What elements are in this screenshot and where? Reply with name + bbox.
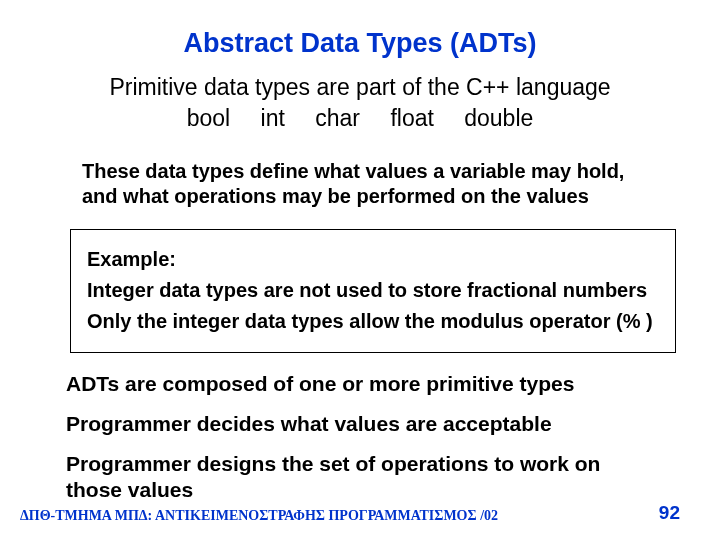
explain-paragraph: These data types define what values a va… (82, 159, 650, 209)
subtitle-line1: Primitive data types are part of the C++… (109, 74, 610, 100)
footer-left: ΔΠΘ-ΤΜΗΜΑ ΜΠΔ: ΑΝΤΙΚΕΙΜΕΝΟΣΤΡΑΦΗΣ ΠΡΟΓΡΑ… (20, 508, 498, 524)
body-line3: Programmer designs the set of operations… (66, 451, 662, 504)
body-line1: ADTs are composed of one or more primiti… (66, 371, 662, 397)
subtitle-block: Primitive data types are part of the C++… (0, 73, 720, 133)
example-heading: Example: (87, 245, 659, 273)
example-line2: Only the integer data types allow the mo… (87, 307, 659, 335)
primitive-keywords: bool int char float double (187, 104, 534, 133)
example-line1: Integer data types are not used to store… (87, 276, 659, 304)
slide: Abstract Data Types (ADTs) Primitive dat… (0, 0, 720, 540)
page-number: 92 (659, 502, 680, 524)
slide-title: Abstract Data Types (ADTs) (0, 0, 720, 59)
example-box: Example: Integer data types are not used… (70, 229, 676, 353)
body-line2: Programmer decides what values are accep… (66, 411, 662, 437)
